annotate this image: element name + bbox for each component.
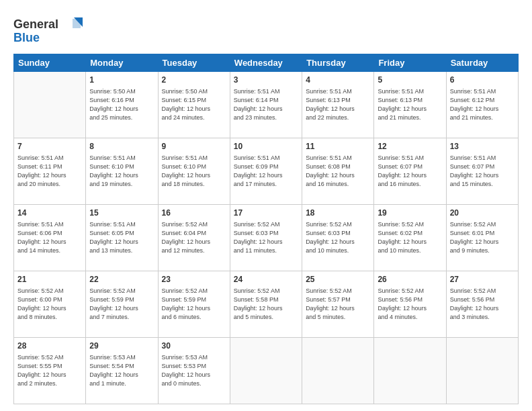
calendar-cell: [14, 72, 86, 138]
svg-text:General: General: [13, 17, 58, 31]
page: General Blue SundayMondayTuesdayWednesda…: [0, 0, 532, 411]
calendar-cell: 25Sunrise: 5:52 AM Sunset: 5:57 PM Dayli…: [302, 271, 374, 338]
week-row-3: 14Sunrise: 5:51 AM Sunset: 6:06 PM Dayli…: [14, 205, 519, 271]
calendar-cell: 19Sunrise: 5:52 AM Sunset: 6:02 PM Dayli…: [374, 205, 446, 271]
day-number: 15: [89, 208, 154, 219]
calendar-cell: [230, 338, 302, 404]
day-number: 4: [306, 75, 370, 86]
day-number: 14: [17, 208, 82, 219]
calendar-cell: 9Sunrise: 5:51 AM Sunset: 6:10 PM Daylig…: [158, 138, 230, 205]
day-info: Sunrise: 5:50 AM Sunset: 6:15 PM Dayligh…: [162, 87, 226, 122]
day-number: 16: [162, 208, 226, 219]
day-number: 29: [89, 340, 154, 352]
day-info: Sunrise: 5:52 AM Sunset: 5:56 PM Dayligh…: [450, 287, 515, 322]
logo: General Blue: [13, 13, 84, 48]
day-number: 19: [378, 208, 442, 219]
calendar-cell: 12Sunrise: 5:51 AM Sunset: 6:07 PM Dayli…: [374, 138, 446, 205]
calendar-cell: 18Sunrise: 5:52 AM Sunset: 6:03 PM Dayli…: [302, 205, 374, 271]
calendar-cell: [374, 338, 446, 404]
day-info: Sunrise: 5:51 AM Sunset: 6:08 PM Dayligh…: [306, 154, 370, 189]
calendar-cell: 13Sunrise: 5:51 AM Sunset: 6:07 PM Dayli…: [446, 138, 518, 205]
calendar-cell: 1Sunrise: 5:50 AM Sunset: 6:16 PM Daylig…: [86, 72, 158, 138]
logo-text: General Blue: [13, 13, 84, 48]
day-info: Sunrise: 5:52 AM Sunset: 6:03 PM Dayligh…: [234, 220, 298, 255]
calendar-cell: 10Sunrise: 5:51 AM Sunset: 6:09 PM Dayli…: [230, 138, 302, 205]
svg-text:Blue: Blue: [13, 31, 40, 44]
calendar-cell: [302, 338, 374, 404]
calendar-cell: 15Sunrise: 5:51 AM Sunset: 6:05 PM Dayli…: [86, 205, 158, 271]
day-number: 2: [162, 75, 226, 86]
day-number: 27: [450, 274, 515, 285]
calendar-cell: 26Sunrise: 5:52 AM Sunset: 5:56 PM Dayli…: [374, 271, 446, 338]
weekday-header-thursday: Thursday: [302, 54, 374, 72]
day-info: Sunrise: 5:52 AM Sunset: 6:01 PM Dayligh…: [450, 220, 515, 255]
day-info: Sunrise: 5:52 AM Sunset: 5:56 PM Dayligh…: [378, 287, 442, 322]
day-number: 17: [234, 208, 298, 219]
calendar-cell: 3Sunrise: 5:51 AM Sunset: 6:14 PM Daylig…: [230, 72, 302, 138]
day-info: Sunrise: 5:51 AM Sunset: 6:07 PM Dayligh…: [450, 154, 515, 189]
day-info: Sunrise: 5:51 AM Sunset: 6:10 PM Dayligh…: [89, 154, 154, 189]
day-info: Sunrise: 5:51 AM Sunset: 6:06 PM Dayligh…: [17, 220, 82, 255]
calendar-cell: 28Sunrise: 5:52 AM Sunset: 5:55 PM Dayli…: [14, 338, 86, 404]
calendar-cell: 4Sunrise: 5:51 AM Sunset: 6:13 PM Daylig…: [302, 72, 374, 138]
day-number: 18: [306, 208, 370, 219]
calendar-cell: 22Sunrise: 5:52 AM Sunset: 5:59 PM Dayli…: [86, 271, 158, 338]
calendar-cell: 2Sunrise: 5:50 AM Sunset: 6:15 PM Daylig…: [158, 72, 230, 138]
day-info: Sunrise: 5:51 AM Sunset: 6:13 PM Dayligh…: [378, 87, 442, 122]
day-number: 23: [162, 274, 226, 285]
calendar-cell: 21Sunrise: 5:52 AM Sunset: 6:00 PM Dayli…: [14, 271, 86, 338]
logo-svg: General Blue: [13, 13, 84, 46]
day-info: Sunrise: 5:53 AM Sunset: 5:54 PM Dayligh…: [89, 353, 154, 388]
week-row-4: 21Sunrise: 5:52 AM Sunset: 6:00 PM Dayli…: [14, 271, 519, 338]
weekday-header-monday: Monday: [86, 54, 158, 72]
weekday-header-row: SundayMondayTuesdayWednesdayThursdayFrid…: [14, 54, 519, 72]
calendar-table: SundayMondayTuesdayWednesdayThursdayFrid…: [13, 54, 519, 404]
calendar-cell: 5Sunrise: 5:51 AM Sunset: 6:13 PM Daylig…: [374, 72, 446, 138]
calendar-cell: 14Sunrise: 5:51 AM Sunset: 6:06 PM Dayli…: [14, 205, 86, 271]
day-info: Sunrise: 5:52 AM Sunset: 6:04 PM Dayligh…: [162, 220, 226, 255]
calendar-cell: 8Sunrise: 5:51 AM Sunset: 6:10 PM Daylig…: [86, 138, 158, 205]
calendar-cell: 6Sunrise: 5:51 AM Sunset: 6:12 PM Daylig…: [446, 72, 518, 138]
day-number: 30: [162, 340, 226, 352]
weekday-header-friday: Friday: [374, 54, 446, 72]
day-info: Sunrise: 5:51 AM Sunset: 6:11 PM Dayligh…: [17, 154, 82, 189]
day-info: Sunrise: 5:51 AM Sunset: 6:12 PM Dayligh…: [450, 87, 515, 122]
day-number: 25: [306, 274, 370, 285]
day-info: Sunrise: 5:51 AM Sunset: 6:09 PM Dayligh…: [234, 154, 298, 189]
day-number: 6: [450, 75, 515, 86]
day-info: Sunrise: 5:52 AM Sunset: 5:59 PM Dayligh…: [162, 287, 226, 322]
calendar-cell: 24Sunrise: 5:52 AM Sunset: 5:58 PM Dayli…: [230, 271, 302, 338]
calendar-cell: 17Sunrise: 5:52 AM Sunset: 6:03 PM Dayli…: [230, 205, 302, 271]
calendar-cell: 27Sunrise: 5:52 AM Sunset: 5:56 PM Dayli…: [446, 271, 518, 338]
day-info: Sunrise: 5:52 AM Sunset: 6:03 PM Dayligh…: [306, 220, 370, 255]
calendar-cell: 23Sunrise: 5:52 AM Sunset: 5:59 PM Dayli…: [158, 271, 230, 338]
header: General Blue: [13, 11, 519, 48]
weekday-header-sunday: Sunday: [14, 54, 86, 72]
weekday-header-tuesday: Tuesday: [158, 54, 230, 72]
day-number: 1: [89, 75, 154, 86]
day-number: 22: [89, 274, 154, 285]
day-number: 12: [378, 141, 442, 152]
day-number: 9: [162, 141, 226, 152]
week-row-5: 28Sunrise: 5:52 AM Sunset: 5:55 PM Dayli…: [14, 338, 519, 404]
day-info: Sunrise: 5:51 AM Sunset: 6:14 PM Dayligh…: [234, 87, 298, 122]
calendar-cell: 16Sunrise: 5:52 AM Sunset: 6:04 PM Dayli…: [158, 205, 230, 271]
day-info: Sunrise: 5:50 AM Sunset: 6:16 PM Dayligh…: [89, 87, 154, 122]
day-info: Sunrise: 5:51 AM Sunset: 6:13 PM Dayligh…: [306, 87, 370, 122]
calendar-cell: 20Sunrise: 5:52 AM Sunset: 6:01 PM Dayli…: [446, 205, 518, 271]
day-number: 26: [378, 274, 442, 285]
day-number: 11: [306, 141, 370, 152]
day-number: 10: [234, 141, 298, 152]
calendar-cell: 7Sunrise: 5:51 AM Sunset: 6:11 PM Daylig…: [14, 138, 86, 205]
day-info: Sunrise: 5:53 AM Sunset: 5:53 PM Dayligh…: [162, 353, 226, 388]
day-info: Sunrise: 5:52 AM Sunset: 5:55 PM Dayligh…: [17, 353, 82, 388]
week-row-2: 7Sunrise: 5:51 AM Sunset: 6:11 PM Daylig…: [14, 138, 519, 205]
day-info: Sunrise: 5:52 AM Sunset: 5:58 PM Dayligh…: [234, 287, 298, 322]
day-info: Sunrise: 5:52 AM Sunset: 6:00 PM Dayligh…: [17, 287, 82, 322]
day-number: 8: [89, 141, 154, 152]
calendar-cell: [446, 338, 518, 404]
day-number: 21: [17, 274, 82, 285]
day-info: Sunrise: 5:51 AM Sunset: 6:05 PM Dayligh…: [89, 220, 154, 255]
day-info: Sunrise: 5:52 AM Sunset: 5:57 PM Dayligh…: [306, 287, 370, 322]
weekday-header-saturday: Saturday: [446, 54, 518, 72]
